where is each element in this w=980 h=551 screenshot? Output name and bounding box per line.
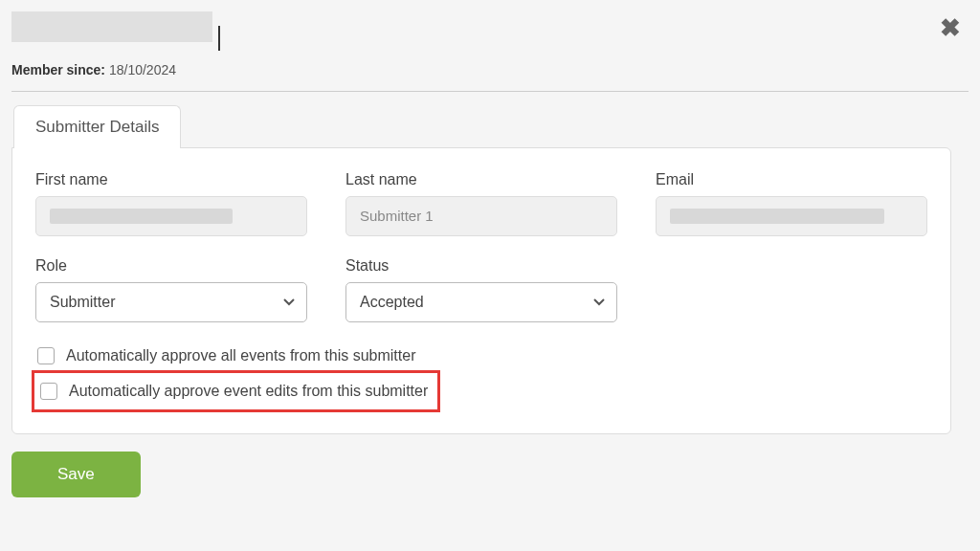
auto-approve-events-checkbox[interactable] — [37, 347, 55, 364]
first-name-redacted — [50, 209, 233, 224]
status-select[interactable]: Accepted — [345, 282, 617, 322]
role-select[interactable]: Submitter — [35, 282, 307, 322]
last-name-value: Submitter 1 — [360, 208, 434, 224]
details-panel: First name Last name Submitter 1 Email — [11, 147, 951, 434]
auto-approve-edits-label: Automatically approve event edits from t… — [69, 383, 428, 400]
member-since-value: 18/10/2024 — [109, 62, 176, 77]
member-since: Member since: 18/10/2024 — [11, 62, 969, 77]
header-divider — [11, 91, 969, 92]
auto-approve-edits-row: Automatically approve event edits from t… — [38, 379, 430, 404]
first-name-label: First name — [35, 171, 307, 188]
close-icon[interactable]: ✖ — [940, 15, 961, 40]
auto-approve-events-label: Automatically approve all events from th… — [66, 347, 415, 364]
auto-approve-events-row: Automatically approve all events from th… — [35, 343, 927, 368]
last-name-label: Last name — [345, 171, 617, 188]
email-redacted — [670, 209, 884, 224]
auto-approve-edits-checkbox[interactable] — [40, 383, 57, 400]
role-label: Role — [35, 257, 307, 275]
status-label: Status — [345, 257, 617, 275]
tab-submitter-details[interactable]: Submitter Details — [13, 105, 181, 148]
page-title-redacted — [11, 11, 212, 42]
first-name-field[interactable] — [35, 196, 307, 236]
email-label: Email — [656, 171, 927, 188]
text-cursor — [218, 26, 220, 51]
email-field[interactable] — [656, 196, 927, 236]
last-name-field[interactable]: Submitter 1 — [345, 196, 617, 236]
member-since-label: Member since: — [11, 62, 105, 77]
save-button[interactable]: Save — [11, 452, 141, 497]
highlight-annotation: Automatically approve event edits from t… — [32, 370, 440, 412]
